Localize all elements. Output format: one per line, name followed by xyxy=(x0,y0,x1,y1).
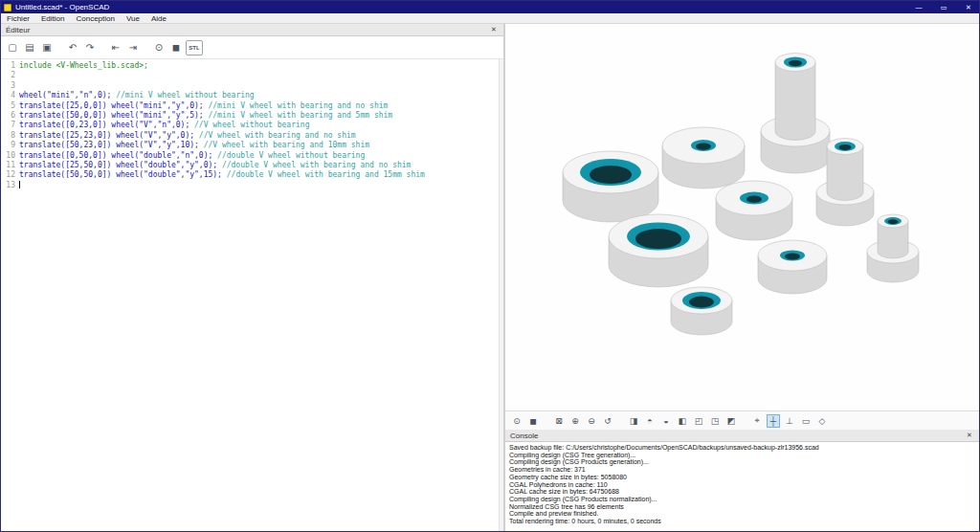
console-panel-title: Console xyxy=(510,432,538,440)
line-number: 9 xyxy=(1,141,15,150)
line-number: 8 xyxy=(1,131,15,141)
new-file-icon[interactable]: ▢ xyxy=(5,40,20,55)
front-view-icon[interactable]: ◰ xyxy=(692,414,705,428)
openscad-window: Untitled.scad* - OpenSCAD — ▭ ✕ FichierE… xyxy=(0,0,980,532)
console-line: Geometry cache size in bytes: 5058080 xyxy=(509,474,975,481)
code-token-comment: //V wheel with bearing and 10mm shim xyxy=(204,141,369,149)
reset-view-icon[interactable]: ↺ xyxy=(601,414,614,428)
text-caret xyxy=(19,181,20,188)
wheel-double-with-bearing xyxy=(758,240,827,294)
titlebar: Untitled.scad* - OpenSCAD — ▭ ✕ xyxy=(1,1,979,13)
bottom-view-icon[interactable]: ◒ xyxy=(659,414,673,428)
code-line[interactable]: translate([50,0,0]) wheel("mini","y",5);… xyxy=(19,111,503,121)
preview-icon[interactable]: ⊙ xyxy=(151,40,167,55)
line-number: 1 xyxy=(1,61,15,71)
render-icon[interactable]: ◼ xyxy=(168,40,184,55)
line-number: 13 xyxy=(1,181,15,190)
wheel-double-with-shim xyxy=(867,214,919,282)
line-number: 10 xyxy=(1,151,15,161)
render-icon[interactable]: ◼ xyxy=(526,414,540,428)
save-icon[interactable]: ▣ xyxy=(39,40,55,55)
console-line: CGAL Polyhedrons in cache: 110 xyxy=(509,481,975,489)
window-title: Untitled.scad* - OpenSCAD xyxy=(15,3,904,11)
line-number: 5 xyxy=(1,101,15,111)
console-line: Compile and preview finished. xyxy=(509,510,975,518)
code-token-comment: //mini V wheel with bearing and 5mm shim xyxy=(208,111,392,120)
line-number: 7 xyxy=(1,121,15,130)
close-button[interactable]: ✕ xyxy=(958,1,979,13)
console-line: Compiling design (CSG Products generatio… xyxy=(509,458,975,466)
console-line: Normalized CSG tree has 96 elements xyxy=(509,503,975,511)
wheel-v-no-bearing xyxy=(609,214,708,287)
preview-icon[interactable]: ⊙ xyxy=(510,414,523,428)
axes-icon[interactable]: ┼ xyxy=(767,414,780,428)
line-number: 11 xyxy=(1,161,15,170)
indent-icon[interactable]: ⇥ xyxy=(125,40,141,55)
orthogonal-icon[interactable]: ▭ xyxy=(799,414,813,428)
console-close-icon[interactable]: ✕ xyxy=(965,432,974,439)
menubar: FichierEditionConceptionVueAide xyxy=(1,13,979,24)
line-number: 12 xyxy=(1,170,15,180)
menu-aide[interactable]: Aide xyxy=(145,13,172,23)
console-panel-header: Console ✕ xyxy=(505,430,979,442)
code-line[interactable]: translate([25,23,0]) wheel("V","y",0); /… xyxy=(19,131,503,141)
code-editor[interactable]: 12345678910111213 include <V-Wheels_lib.… xyxy=(1,59,503,531)
wheel-double-no-bearing xyxy=(671,287,732,335)
code-token-code: wheel("mini","n",0); xyxy=(19,91,116,100)
console-log[interactable]: Saved backup file: C:/Users/christophe/D… xyxy=(505,442,979,531)
editor-scrollbar[interactable] xyxy=(499,59,503,531)
code-lines[interactable]: include <V-Wheels_lib.scad>;wheel("mini"… xyxy=(19,61,503,531)
line-number: 6 xyxy=(1,111,15,121)
code-line[interactable]: translate([0,23,0]) wheel("V","n",0); //… xyxy=(19,121,503,130)
code-line[interactable]: translate([0,50,0]) wheel("double","n",0… xyxy=(19,151,503,161)
console-line: Total rendering time: 0 hours, 0 minutes… xyxy=(509,518,975,525)
code-line[interactable] xyxy=(19,181,503,190)
perspective-icon[interactable]: ◇ xyxy=(815,414,829,428)
open-file-icon[interactable]: ▤ xyxy=(22,40,37,55)
viewport-svg[interactable] xyxy=(505,24,979,410)
undo-icon[interactable]: ↶ xyxy=(65,40,80,55)
menu-vue[interactable]: Vue xyxy=(121,13,145,23)
code-line[interactable] xyxy=(19,81,503,91)
line-number: 2 xyxy=(1,71,15,80)
menu-conception[interactable]: Conception xyxy=(70,13,120,23)
console-line: Compiling design (CSG Tree generation)..… xyxy=(509,452,975,459)
code-token-include: include <V-Wheels_lib.scad>; xyxy=(19,61,148,70)
editor-close-icon[interactable]: ✕ xyxy=(489,26,499,33)
console-line: CGAL cache size in bytes: 64750688 xyxy=(509,488,975,496)
zoom-out-icon[interactable]: ⊖ xyxy=(585,414,598,428)
export-stl-icon[interactable]: STL xyxy=(186,40,203,55)
code-line[interactable]: include <V-Wheels_lib.scad>; xyxy=(19,61,503,71)
code-token-comment: //mini V wheel without bearing xyxy=(116,91,255,100)
top-view-icon[interactable]: ◓ xyxy=(643,414,657,428)
code-line[interactable]: wheel("mini","n",0); //mini V wheel with… xyxy=(19,91,503,100)
code-line[interactable] xyxy=(19,71,503,80)
center-view-icon[interactable]: ⌖ xyxy=(750,414,764,428)
viewport-3d[interactable] xyxy=(505,24,979,410)
line-number-gutter: 12345678910111213 xyxy=(1,61,19,531)
wheel-mini-with-shim xyxy=(761,54,830,174)
line-number: 4 xyxy=(1,91,15,100)
maximize-button[interactable]: ▭ xyxy=(933,1,954,13)
view-all-icon[interactable]: ⊠ xyxy=(552,414,566,428)
right-column: ⊙◼⊠⊕⊖↺◨◓◒◧◰◳◩⌖┼⊥▭◇ Console ✕ Saved backu… xyxy=(505,24,979,531)
unindent-icon[interactable]: ⇤ xyxy=(108,40,123,55)
code-line[interactable]: translate([25,50,0]) wheel("double","y",… xyxy=(19,161,503,170)
zoom-in-icon[interactable]: ⊕ xyxy=(568,414,582,428)
diagonal-view-icon[interactable]: ◩ xyxy=(724,414,738,428)
openscad-logo-icon xyxy=(4,4,11,11)
right-view-icon[interactable]: ◨ xyxy=(627,414,640,428)
back-view-icon[interactable]: ◳ xyxy=(708,414,722,428)
menu-edition[interactable]: Edition xyxy=(35,13,70,23)
code-line[interactable]: translate([50,50,0]) wheel("double","y",… xyxy=(19,170,503,180)
code-line[interactable]: translate([50,23,0]) wheel("V","y",10); … xyxy=(19,141,503,150)
wheel-v-with-bearing xyxy=(716,181,792,240)
scale-markers-icon[interactable]: ⊥ xyxy=(783,414,796,428)
code-token-code: translate([25,23,0]) wheel("V","y",0); xyxy=(19,131,199,140)
code-line[interactable]: translate([25,0,0]) wheel("mini","y",0);… xyxy=(19,101,503,111)
menu-fichier[interactable]: Fichier xyxy=(1,13,35,23)
left-view-icon[interactable]: ◧ xyxy=(676,414,689,428)
minimize-button[interactable]: — xyxy=(908,1,929,13)
redo-icon[interactable]: ↷ xyxy=(82,40,98,55)
console-line: Compiling design (CSG Products normaliza… xyxy=(509,496,975,503)
